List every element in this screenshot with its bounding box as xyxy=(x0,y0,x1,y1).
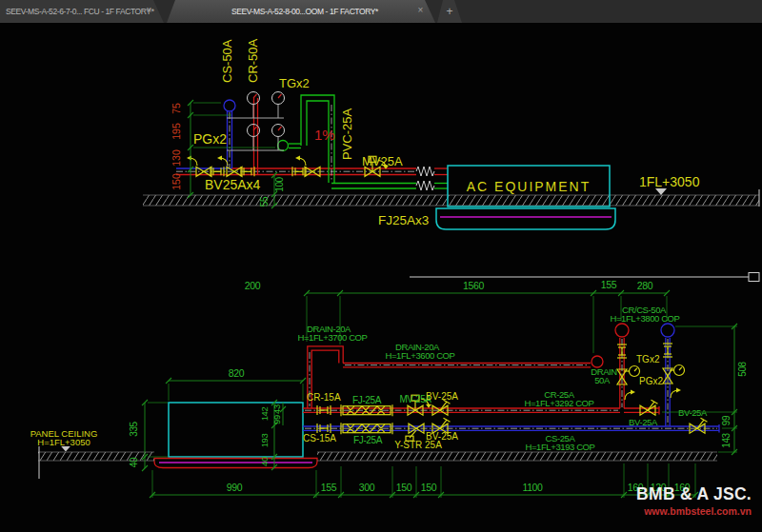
elbow-arrow-icon xyxy=(625,390,635,401)
watermark-website: www.bmbsteel.com.vn xyxy=(636,505,752,517)
upper-level-marker: 1FL+3050 xyxy=(639,174,700,195)
elbow-arrow-icon xyxy=(295,156,306,167)
bv-label: BV25Ax4 xyxy=(205,177,261,192)
cr15-label: CR-15A xyxy=(307,392,341,403)
dim-155: 155 xyxy=(601,279,617,290)
lower-risers: TGx2 PGx2 xyxy=(615,324,685,426)
drain-funnel-icon xyxy=(278,141,289,151)
drain-riser-label-2: 50A xyxy=(594,375,611,385)
tg-label-lower: TGx2 xyxy=(636,354,660,365)
dim-40-left: 40 xyxy=(129,457,139,467)
dim-990: 990 xyxy=(227,482,243,493)
slope-label: 1% xyxy=(314,127,335,143)
file-tab-2-close-icon[interactable]: × xyxy=(418,4,423,17)
dim-820-group: 820 xyxy=(166,367,306,401)
mv-label: MV25A xyxy=(362,154,403,168)
dim-1560: 1560 xyxy=(463,280,484,291)
lower-pipe-labels: CR-15A FJ-25A MV-25A BV-25A CS-15A FJ-25… xyxy=(303,389,708,452)
dim-193: 193 xyxy=(259,434,270,448)
dim-280: 280 xyxy=(637,280,653,291)
dim-150-b2: 150 xyxy=(421,482,437,493)
cr-riser-top-icon xyxy=(615,324,629,337)
bv-right-red-label: BV-25A xyxy=(629,417,658,427)
file-tab-2-label: SEEV-MS-A-52-8-00...OOM - 1F FACTORY* xyxy=(231,7,378,16)
drain1-label-2: H=1FL+3700 COP xyxy=(297,332,367,343)
flex-connector-icon xyxy=(416,181,434,190)
upper-valves xyxy=(187,156,389,177)
autocad-window: SEEV-MS-A-52-6-7-0... FCU - 1F FACTORY* … xyxy=(0,0,762,532)
fcu-unit xyxy=(154,403,317,468)
file-tab-2-active[interactable]: SEEV-MS-A-52-8-00...OOM - 1F FACTORY* × xyxy=(167,0,435,23)
fj-top-label: FJ-25A xyxy=(352,395,382,405)
drain2-label-2: H=1FL+3600 COP xyxy=(385,350,454,361)
gauge-icon xyxy=(630,366,640,377)
upper-section: AC EQUIPMENT 1FL+3050 75 195 130 xyxy=(143,38,759,229)
dim-100: 100 xyxy=(274,176,285,191)
dim-1100: 1100 xyxy=(523,482,544,493)
dim-150: 150 xyxy=(170,173,182,190)
dim-335: 335 xyxy=(129,421,139,436)
drain-tray xyxy=(436,208,615,229)
file-tab-1-close-icon[interactable]: × xyxy=(147,4,151,17)
grid-bubble-icon xyxy=(749,273,759,282)
elbow-arrow-icon xyxy=(217,156,228,167)
elbow-arrow-icon xyxy=(671,388,681,399)
dim-130: 130 xyxy=(170,149,182,167)
tg-label: TGx2 xyxy=(279,76,310,90)
pg-label-lower: PGx2 xyxy=(639,376,663,386)
cad-viewport[interactable]: AC EQUIPMENT 1FL+3050 75 195 130 xyxy=(0,23,762,532)
pg-label: PGx2 xyxy=(193,131,227,147)
bv-bot-label: BV-25A xyxy=(426,431,458,442)
upper-risers xyxy=(224,92,285,175)
cad-drawing: AC EQUIPMENT 1FL+3050 75 195 130 xyxy=(0,23,762,532)
file-tab-1-label: SEEV-MS-A-52-6-7-0... FCU - 1F FACTORY* xyxy=(6,7,154,16)
gauge-icon xyxy=(272,125,285,151)
fj-label: FJ25Ax3 xyxy=(378,213,429,227)
ac-equipment-label: AC EQUIPMENT xyxy=(467,179,592,194)
dim-75: 75 xyxy=(170,103,182,114)
lower-bottom-dims: 990 155 300 150 150 1100 160 120 160 xyxy=(150,463,698,498)
upper-level-label: 1FL+3050 xyxy=(639,174,700,189)
cr-riser-label: CR-50A xyxy=(246,38,260,83)
file-tab-1[interactable]: SEEV-MS-A-52-6-7-0... FCU - 1F FACTORY* … xyxy=(0,0,164,23)
upper-pvc-drain-pipe xyxy=(278,95,449,190)
lower-right-dims: 508 99 143 xyxy=(662,324,748,455)
cs15-label: CS-15A xyxy=(303,433,336,443)
dim-142: 142 xyxy=(259,407,270,422)
dim-300: 300 xyxy=(359,482,375,493)
cr25-label-2: H=1FL+3292 COP xyxy=(524,398,593,408)
cs-riser-top-icon xyxy=(224,100,235,111)
dim-99-inner: 99 xyxy=(271,415,282,424)
riser-label-line2: H=1FL+3800 COP xyxy=(610,313,679,324)
dim-200: 200 xyxy=(245,280,261,291)
elbow-arrow-icon xyxy=(187,156,197,167)
lower-section: 200 1560 155 280 CR/CS-50A H=1FL+3800 CO… xyxy=(30,273,759,499)
cs-riser-top-icon xyxy=(661,324,674,337)
bv-right-blue-label: BV-25A xyxy=(678,407,708,418)
dim-55: 55 xyxy=(259,196,270,207)
flex-connector-icon xyxy=(416,167,434,176)
new-tab-button[interactable]: + xyxy=(437,0,462,23)
cs-riser-label: CS-50A xyxy=(220,39,234,83)
fj-bot-label: FJ-25A xyxy=(353,435,383,445)
cs25-label-2: H=1FL+3193 COP xyxy=(525,442,594,452)
bv-top-label: BV-25A xyxy=(426,391,458,402)
dim-155-b: 155 xyxy=(321,482,337,493)
file-tab-bar: SEEV-MS-A-52-6-7-0... FCU - 1F FACTORY* … xyxy=(0,0,762,24)
dim-508: 508 xyxy=(737,361,748,376)
gauge-icon xyxy=(272,92,285,119)
dim-43: 43 xyxy=(271,404,282,414)
watermark-company: BMB & A JSC. xyxy=(636,484,752,504)
lower-inner-dims: 142 193 40 43 99 xyxy=(259,400,286,470)
dim-195: 195 xyxy=(170,123,182,140)
dim-99-right: 99 xyxy=(721,415,732,425)
pvc-pipe-label: PVC-25A xyxy=(340,108,354,160)
dim-150-b1: 150 xyxy=(396,482,412,493)
watermark: BMB & A JSC. www.bmbsteel.com.vn xyxy=(636,484,752,517)
dim-143: 143 xyxy=(721,432,732,447)
ceiling-label-2: H=1FL+3050 xyxy=(37,437,90,447)
dim-820: 820 xyxy=(229,367,245,379)
dim-40-inner: 40 xyxy=(259,457,270,466)
gauge-icon xyxy=(674,365,685,376)
